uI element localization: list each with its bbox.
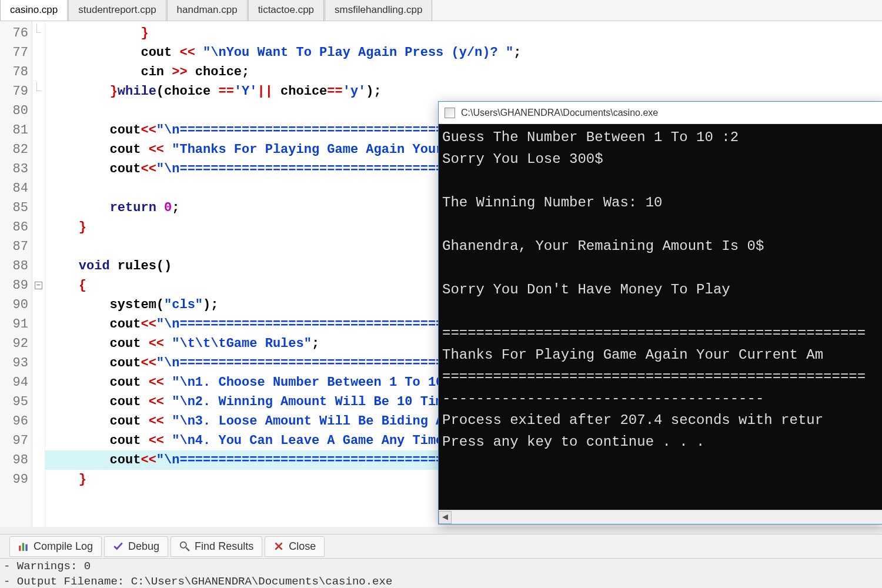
code-line[interactable]: }: [45, 24, 882, 43]
scroll-left-button[interactable]: ◀: [439, 511, 452, 524]
file-tab[interactable]: casino.cpp: [0, 0, 68, 21]
svg-rect-0: [19, 546, 21, 551]
console-output[interactable]: Guess The Number Between 1 To 10 :2 Sorr…: [439, 124, 882, 510]
compiler-output: - Warnings: 0 - Output Filename: C:\User…: [4, 559, 392, 588]
line-number-gutter: 7677787980818283848586878889909192939495…: [0, 21, 32, 527]
app-icon: [445, 108, 455, 118]
file-tab-bar: casino.cppstudentreport.cpphandman.cppti…: [0, 0, 882, 21]
svg-rect-1: [22, 543, 24, 551]
check-icon: [113, 541, 123, 552]
svg-line-4: [186, 547, 189, 551]
svg-rect-2: [25, 544, 27, 551]
file-tab[interactable]: handman.cpp: [167, 0, 248, 21]
file-tab[interactable]: smsfilehandling.cpp: [325, 0, 432, 21]
file-tab[interactable]: tictactoe.cpp: [248, 0, 324, 21]
bottom-tab-find-results[interactable]: Find Results: [171, 536, 262, 557]
close-icon: [273, 541, 284, 552]
code-line[interactable]: }while(choice =='Y'|| choice=='y');: [45, 82, 882, 101]
console-window: C:\Users\GHANENDRA\Documents\casino.exe …: [438, 101, 882, 524]
bottom-tab-close[interactable]: Close: [265, 536, 325, 557]
bottom-tab-compile-log[interactable]: Compile Log: [9, 536, 102, 557]
console-scrollbar[interactable]: ◀: [439, 510, 882, 524]
console-title: C:\Users\GHANENDRA\Documents\casino.exe: [461, 108, 658, 118]
bottom-tab-bar: Compile LogDebugFind ResultsClose: [0, 534, 882, 559]
console-titlebar[interactable]: C:\Users\GHANENDRA\Documents\casino.exe: [439, 102, 882, 124]
fold-column: −: [32, 21, 45, 527]
bottom-tab-debug[interactable]: Debug: [104, 536, 168, 557]
code-line[interactable]: cin >> choice;: [45, 62, 882, 82]
svg-point-3: [181, 542, 186, 548]
search-icon: [179, 541, 190, 552]
code-line[interactable]: cout << "\nYou Want To Play Again Press …: [45, 43, 882, 62]
file-tab[interactable]: studentreport.cpp: [68, 0, 166, 21]
bars-icon: [18, 541, 29, 552]
